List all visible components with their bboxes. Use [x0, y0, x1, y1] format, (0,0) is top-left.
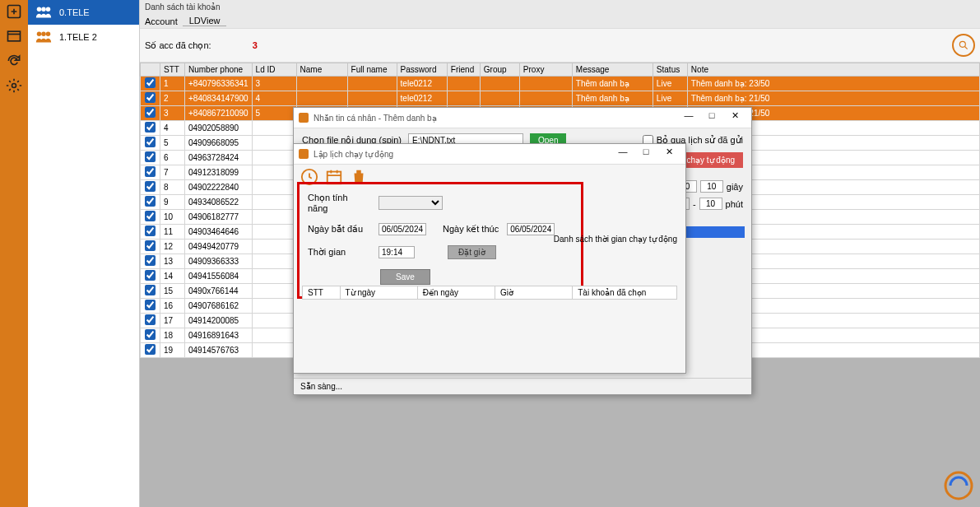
column-header[interactable]: Message: [572, 63, 653, 77]
table-row[interactable]: 2+8408341479004tele0212Thêm danh bạLiveT…: [141, 91, 980, 106]
maximize-button[interactable]: □: [700, 110, 723, 125]
selected-count: 3: [253, 40, 258, 50]
svg-point-8: [46, 32, 51, 37]
dialog2-titlebar[interactable]: Lập lịch chạy tự động — □ ✕: [294, 144, 685, 165]
tele-item-0[interactable]: 0.TELE: [28, 0, 139, 25]
row-checkbox[interactable]: [145, 211, 156, 221]
settings-icon[interactable]: [6, 77, 22, 94]
unit-minutes: phút: [726, 199, 743, 209]
delay2b-input[interactable]: [699, 198, 722, 210]
page-title: Danh sách tài khoản: [140, 0, 980, 14]
account-label: Account: [145, 16, 178, 26]
schedule-col-header: Từ ngày: [341, 286, 418, 299]
sep: -: [693, 199, 696, 209]
account-row: Account LDView: [140, 14, 980, 28]
row-checkbox[interactable]: [145, 137, 156, 147]
row-checkbox[interactable]: [145, 181, 156, 192]
table-row[interactable]: 1+8407963363413tele0212Thêm danh bạLiveT…: [141, 77, 980, 91]
close-button[interactable]: ✕: [657, 147, 680, 161]
column-header[interactable]: Friend: [447, 63, 480, 77]
start-date-label: Ngày bắt đầu: [308, 224, 370, 235]
minimize-button[interactable]: —: [611, 147, 634, 161]
row-checkbox[interactable]: [145, 226, 156, 236]
tele-panel: 0.TELE 1.TELE 2: [28, 0, 140, 507]
schedule-col-header: Giờ: [495, 286, 573, 299]
dialog1-title: Nhắn tin cá nhân - Thêm danh bạ: [314, 114, 677, 123]
schedule-list-label: Danh sách thời gian chạy tự động: [554, 235, 677, 244]
row-checkbox[interactable]: [145, 329, 156, 340]
row-checkbox[interactable]: [145, 240, 156, 251]
column-header[interactable]: Number phone: [185, 63, 253, 77]
save-button[interactable]: Save: [380, 269, 430, 285]
column-header[interactable]: Status: [653, 63, 687, 77]
start-date-input[interactable]: [379, 223, 426, 235]
column-header[interactable]: STT: [160, 63, 185, 77]
column-header[interactable]: Note: [687, 63, 979, 77]
end-date-label: Ngày kết thúc: [443, 224, 499, 235]
schedule-col-header: Đến ngày: [418, 286, 495, 299]
delay1b-input[interactable]: [700, 180, 723, 193]
tele-item-label: 0.TELE: [59, 7, 90, 17]
column-header[interactable]: Ld ID: [252, 63, 296, 77]
close-button[interactable]: ✕: [723, 110, 746, 125]
refresh-icon[interactable]: [6, 53, 22, 69]
tele-item-label: 1.TELE 2: [59, 32, 97, 42]
svg-point-4: [41, 7, 46, 12]
selection-row: Số acc đã chọn: 3: [140, 28, 980, 63]
window-icon[interactable]: [6, 28, 22, 44]
row-checkbox[interactable]: [145, 151, 156, 162]
dialog2-title: Lập lịch chạy tự động: [314, 150, 611, 159]
account-value: LDView: [183, 16, 227, 26]
column-header[interactable]: Proxy: [519, 63, 572, 77]
row-checkbox[interactable]: [145, 107, 156, 118]
row-checkbox[interactable]: [145, 344, 156, 355]
schedule-col-header: STT: [303, 286, 341, 299]
svg-point-7: [41, 32, 46, 37]
svg-rect-1: [8, 31, 21, 41]
tele-item-1[interactable]: 1.TELE 2: [28, 25, 139, 49]
row-checkbox[interactable]: [145, 196, 156, 207]
scheduler-dialog: Lập lịch chạy tự động — □ ✕ Chọn tính nă…: [293, 143, 686, 374]
row-checkbox[interactable]: [145, 92, 156, 103]
time-input[interactable]: [379, 246, 415, 258]
svg-point-5: [46, 7, 51, 12]
feature-label: Chọn tính năng: [308, 193, 370, 213]
column-header[interactable]: Group: [480, 63, 519, 77]
svg-point-3: [37, 7, 42, 12]
svg-point-2: [12, 84, 16, 88]
app-sidebar: [0, 0, 28, 507]
column-header[interactable]: Name: [296, 63, 347, 77]
row-checkbox[interactable]: [145, 77, 156, 88]
schedule-form-highlight: Chọn tính năng Ngày bắt đầu Ngày kết thú…: [297, 182, 583, 299]
svg-point-6: [37, 32, 42, 37]
minimize-button[interactable]: —: [677, 110, 700, 125]
unit-seconds: giây: [727, 182, 743, 192]
maximize-button[interactable]: □: [634, 147, 657, 161]
row-checkbox[interactable]: [145, 300, 156, 310]
search-button[interactable]: [952, 34, 975, 57]
column-header[interactable]: [141, 63, 160, 77]
row-checkbox[interactable]: [145, 166, 156, 177]
row-checkbox[interactable]: [145, 285, 156, 295]
row-checkbox[interactable]: [145, 255, 156, 266]
row-checkbox[interactable]: [145, 314, 156, 325]
set-time-button[interactable]: Đặt giờ: [448, 245, 496, 259]
row-checkbox[interactable]: [145, 122, 156, 133]
schedule-table-header: STTTừ ngàyĐến ngàyGiờTài khoản đã chọn: [302, 286, 677, 300]
schedule-col-header: Tài khoản đã chọn: [573, 286, 676, 299]
time-label: Thời gian: [308, 247, 370, 258]
add-account-icon[interactable]: [6, 3, 22, 20]
feature-select[interactable]: [379, 196, 443, 210]
app-icon: [299, 113, 309, 123]
svg-point-9: [959, 41, 965, 47]
app-icon: [299, 149, 309, 159]
dialog1-titlebar[interactable]: Nhắn tin cá nhân - Thêm danh bạ — □ ✕: [294, 108, 751, 128]
column-header[interactable]: Password: [397, 63, 447, 77]
end-date-input[interactable]: [507, 223, 555, 235]
selected-label: Số acc đã chọn:: [145, 40, 211, 51]
column-header[interactable]: Full name: [347, 63, 397, 77]
brand-logo: [942, 469, 975, 502]
dialog1-status: Sẵn sàng...: [294, 378, 751, 394]
row-checkbox[interactable]: [145, 270, 156, 281]
